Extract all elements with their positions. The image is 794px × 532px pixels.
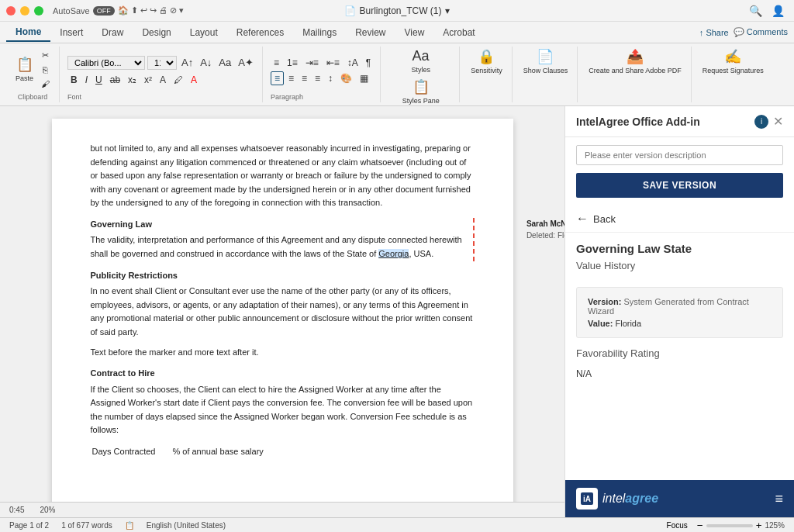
font-family-select[interactable]: Calibri (Bo...	[67, 56, 145, 70]
tab-mailings[interactable]: Mailings	[293, 24, 346, 41]
contract-to-hire-heading: Contract to Hire	[91, 367, 475, 380]
maximize-button[interactable]	[34, 6, 43, 16]
underline-button[interactable]: U	[92, 74, 105, 86]
styles-group: Aa Styles 📋 Styles Pane	[382, 47, 460, 102]
comments-button[interactable]: 💬 Comments	[734, 27, 788, 37]
footer-menu-button[interactable]: ≡	[775, 491, 783, 507]
tab-references[interactable]: References	[227, 24, 293, 41]
sidebar-footer: iA intelagree ≡	[565, 480, 794, 517]
text-effects-button[interactable]: A✦	[236, 56, 256, 69]
indent-button[interactable]: ⇥≡	[302, 57, 322, 69]
tab-view[interactable]: View	[395, 24, 434, 41]
info-button[interactable]: i	[754, 115, 768, 129]
favorability-section: Favorability Rating N/A	[565, 338, 794, 392]
shading-button[interactable]: 🎨	[337, 72, 355, 85]
version-row: Version: System Generated from Contract …	[588, 297, 772, 316]
document-page: but not limited to, any and all expenses…	[52, 119, 513, 502]
intelagree-sidebar: IntelAgree Office Add-in i ✕ SAVE VERSIO…	[564, 106, 794, 517]
align-center-button[interactable]: ≡	[285, 72, 297, 85]
show-formatting-button[interactable]: ¶	[363, 57, 374, 69]
user-button[interactable]: 👤	[768, 3, 788, 19]
zoom-in-button[interactable]: +	[756, 520, 762, 531]
minimize-button[interactable]	[20, 6, 29, 16]
zoom-out-button[interactable]: −	[697, 520, 703, 531]
align-right-button[interactable]: ≡	[299, 72, 310, 85]
contract-to-hire-para: If the Client so chooses, the Client can…	[91, 383, 475, 437]
styles-pane-button[interactable]: 📋 Styles Pane	[399, 77, 443, 106]
justify-button[interactable]: ≡	[312, 72, 323, 85]
document-scroll[interactable]: but not limited to, any and all expenses…	[0, 106, 564, 502]
language-indicator: English (United States)	[147, 521, 226, 530]
paste-button[interactable]: 📋 Paste	[12, 54, 36, 84]
decrease-indent-button[interactable]: ⇤≡	[323, 57, 343, 69]
focus-button[interactable]: Focus	[667, 521, 688, 530]
save-version-button[interactable]: SAVE VERSION	[576, 173, 783, 198]
highlight-button[interactable]: 🖊	[171, 74, 186, 86]
logo-icon: iA	[576, 488, 598, 510]
doc-status-bar: 0:45 20%	[0, 502, 564, 517]
favorability-label: Favorability Rating	[576, 347, 783, 359]
format-painter-button[interactable]: 🖌	[38, 78, 53, 90]
tab-home[interactable]: Home	[6, 23, 50, 42]
zoom-slider[interactable]	[706, 524, 753, 527]
search-button[interactable]: 🔍	[746, 3, 765, 19]
font-color-button[interactable]: A	[188, 74, 200, 86]
styles-button[interactable]: Aa Styles	[408, 47, 433, 75]
share-button[interactable]: ↑ Share	[699, 27, 729, 37]
subscript-button[interactable]: x₂	[125, 74, 140, 86]
close-button[interactable]	[6, 6, 16, 16]
superscript-button[interactable]: x²	[141, 74, 155, 86]
progress-percent: 20%	[40, 506, 55, 514]
tab-review[interactable]: Review	[346, 24, 395, 41]
show-clauses-button[interactable]: 📄 Show Clauses	[520, 47, 571, 76]
word-count: 1 of 677 words	[61, 521, 112, 530]
borders-button[interactable]: ▦	[357, 72, 371, 85]
bullet-list-button[interactable]: ≡	[271, 57, 282, 69]
sensitivity-button[interactable]: 🔒 Sensitivity	[468, 47, 506, 76]
favorability-value: N/A	[576, 365, 783, 382]
close-sidebar-button[interactable]: ✕	[773, 114, 783, 129]
version-description-input[interactable]	[576, 145, 783, 165]
title-bar-actions: 🔍 👤	[746, 3, 788, 19]
publicity-heading: Publicity Restrictions	[91, 269, 475, 282]
tab-draw[interactable]: Draw	[92, 24, 133, 41]
bold-button[interactable]: B	[67, 74, 81, 86]
tab-insert[interactable]: Insert	[50, 24, 92, 41]
page-indicator: Page 1 of 2	[9, 521, 49, 530]
font-size-select[interactable]: 11	[147, 56, 177, 70]
cut-button[interactable]: ✂	[38, 49, 53, 62]
document-title: 📄 Burlington_TCW (1) ▾	[344, 5, 449, 16]
clear-format-button[interactable]: Aa	[216, 56, 233, 69]
numbered-list-button[interactable]: 1≡	[284, 57, 301, 69]
governing-law-section-header: Governing Law State Value History	[565, 233, 794, 287]
paste-group: 📋 Paste ✂ ⎘ 🖌 Clipboard	[6, 47, 60, 102]
paragraph-intro: but not limited to, any and all expenses…	[91, 142, 475, 210]
back-arrow-icon: ←	[576, 212, 589, 226]
copy-button[interactable]: ⎘	[38, 64, 53, 76]
tab-layout[interactable]: Layout	[181, 24, 227, 41]
value-row: Value: Florida	[588, 319, 772, 328]
value-history-label: Value History	[576, 260, 783, 271]
paragraph-group: ≡ 1≡ ⇥≡ ⇤≡ ↕A ¶ ≡ ≡ ≡ ≡ ↕ 🎨 ▦ Paragraph	[264, 47, 381, 102]
tab-design[interactable]: Design	[133, 24, 180, 41]
request-signatures-button[interactable]: ✍ Request Signatures	[699, 47, 767, 76]
font-family-row: Calibri (Bo... 11 A↑ A↓ Aa A✦	[67, 56, 256, 70]
sensitivity-group: 🔒 Sensitivity	[461, 47, 513, 102]
value-text: Florida	[615, 319, 641, 328]
decrease-font-button[interactable]: A↓	[198, 56, 214, 69]
back-button[interactable]: ← Back	[565, 206, 794, 233]
line-spacing-button[interactable]: ↕	[325, 72, 336, 85]
marker-text: Text before the marker and more text aft…	[91, 346, 475, 360]
sort-button[interactable]: ↕A	[344, 57, 361, 69]
font-group: Calibri (Bo... 11 A↑ A↓ Aa A✦ B I U ab x…	[61, 47, 263, 102]
strikethrough-button[interactable]: ab	[107, 74, 123, 86]
tab-acrobat[interactable]: Acrobat	[433, 24, 484, 41]
create-share-group: 📤 Create and Share Adobe PDF	[579, 47, 692, 102]
text-color-button[interactable]: A	[157, 74, 169, 86]
create-share-button[interactable]: 📤 Create and Share Adobe PDF	[585, 47, 685, 76]
ribbon-tab-bar: Home Insert Draw Design Layout Reference…	[0, 22, 794, 43]
italic-button[interactable]: I	[82, 74, 91, 86]
align-left-button[interactable]: ≡	[271, 71, 284, 85]
increase-font-button[interactable]: A↑	[179, 56, 195, 69]
conversion-table: Days Contracted % of annual base salary	[91, 444, 281, 460]
